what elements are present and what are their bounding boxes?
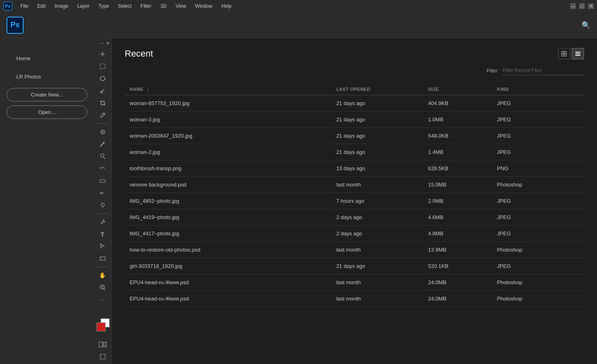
table-row[interactable]: remove background.psd last month 15.0MB … bbox=[125, 177, 584, 193]
file-name: woman-3.jpg bbox=[125, 112, 331, 128]
menu-item-layer[interactable]: Layer bbox=[75, 2, 91, 10]
file-size: 1.0MB bbox=[423, 112, 492, 128]
menu-item-view[interactable]: View bbox=[174, 2, 188, 10]
file-kind: JPEG bbox=[492, 144, 584, 160]
title-bar-controls: — □ ✕ bbox=[570, 3, 594, 9]
grid-view-button[interactable] bbox=[558, 48, 570, 59]
eraser-tool[interactable] bbox=[96, 175, 109, 186]
svg-rect-0 bbox=[100, 64, 105, 69]
table-header: NAME ↓ LAST OPENED SIZE KIND bbox=[125, 83, 584, 95]
clone-stamp-tool[interactable] bbox=[96, 151, 109, 162]
more-tools-button[interactable]: ··· bbox=[96, 294, 109, 305]
file-name: IMG_4417~photo.jpg bbox=[125, 226, 331, 242]
file-size: 548.0KB bbox=[423, 128, 492, 144]
svg-rect-16 bbox=[562, 54, 564, 56]
menu-item-select[interactable]: Select bbox=[116, 2, 133, 10]
file-name: woman-2003647_1920.jpg bbox=[125, 128, 331, 144]
table-row[interactable]: girl-3033718_1920.jpg 21 days ago 520.1K… bbox=[125, 258, 584, 274]
menu-item-image[interactable]: Image bbox=[53, 2, 70, 10]
zoom-tool[interactable] bbox=[96, 282, 109, 293]
file-kind: JPEG bbox=[492, 193, 584, 209]
text-tool[interactable]: T bbox=[96, 228, 109, 240]
table-row[interactable]: IMG_4852~photo.jpg 7 hours ago 2.5MB JPE… bbox=[125, 193, 584, 209]
file-kind: Photoshop bbox=[492, 291, 584, 307]
file-last-opened: 2 days ago bbox=[331, 226, 423, 242]
tool-separator-2 bbox=[97, 213, 108, 214]
color-swatches bbox=[97, 322, 109, 336]
maximize-button[interactable]: □ bbox=[579, 3, 585, 9]
column-name-header[interactable]: NAME ↓ bbox=[125, 83, 331, 95]
search-button[interactable]: 🔍 bbox=[582, 21, 590, 30]
file-kind: Photoshop bbox=[492, 274, 584, 291]
quick-mask-button[interactable] bbox=[96, 339, 109, 350]
crop-tool[interactable] bbox=[96, 97, 109, 109]
history-brush-tool[interactable] bbox=[96, 163, 109, 174]
file-size: 2.5MB bbox=[423, 193, 492, 209]
menu-item-type[interactable]: Type bbox=[97, 2, 110, 10]
filter-input[interactable] bbox=[502, 66, 584, 75]
svg-rect-9 bbox=[100, 257, 105, 260]
table-row[interactable]: IMG_4417~photo.jpg 2 days ago 4.8MB JPEG bbox=[125, 226, 584, 242]
table-row[interactable]: woman-2003647_1920.jpg 21 days ago 548.0… bbox=[125, 128, 584, 144]
file-kind: JPEG bbox=[492, 128, 584, 144]
table-row[interactable]: toothbrush-transp.png 13 days ago 628.5K… bbox=[125, 160, 584, 177]
file-name: woman-657753_1920.jpg bbox=[125, 95, 331, 112]
file-kind: PNG bbox=[492, 160, 584, 177]
file-name: how-to-restore-old-photos.psd bbox=[125, 242, 331, 258]
list-view-button[interactable] bbox=[572, 48, 584, 59]
sidebar-item-lr-photos[interactable]: LR Photos bbox=[7, 70, 87, 84]
gradient-tool[interactable] bbox=[96, 187, 109, 199]
brush-tool[interactable] bbox=[96, 138, 109, 150]
open-button[interactable]: Open... bbox=[7, 105, 87, 119]
move-tool[interactable]: ✛ bbox=[96, 48, 109, 60]
menu-item-help[interactable]: Help bbox=[220, 2, 233, 10]
file-kind: Photoshop bbox=[492, 242, 584, 258]
ps-logo-small: Ps bbox=[3, 2, 12, 11]
menu-item-3d[interactable]: 3D bbox=[159, 2, 168, 10]
minimize-button[interactable]: — bbox=[570, 3, 576, 9]
table-row[interactable]: EPU4-head-ru-Женя.psd last month 24.0MB … bbox=[125, 291, 584, 307]
table-row[interactable]: EPU4-head-ru-Женя.psd last month 24.0MB … bbox=[125, 274, 584, 291]
healing-brush-tool[interactable] bbox=[96, 126, 109, 138]
file-last-opened: last month bbox=[331, 242, 423, 258]
app-body: Ps 🔍 Home LR Photos Create New... Open..… bbox=[0, 12, 597, 364]
dodge-tool[interactable] bbox=[96, 200, 109, 211]
table-row[interactable]: woman-657753_1920.jpg 21 days ago 404.9K… bbox=[125, 95, 584, 112]
close-button[interactable]: ✕ bbox=[588, 3, 594, 9]
table-row[interactable]: how-to-restore-old-photos.psd last month… bbox=[125, 242, 584, 258]
table-row[interactable]: woman-2.jpg 21 days ago 1.4MB JPEG bbox=[125, 144, 584, 160]
shape-tool[interactable] bbox=[96, 253, 109, 264]
pen-tool[interactable] bbox=[96, 216, 109, 228]
menu-item-file[interactable]: File bbox=[19, 2, 30, 10]
file-last-opened: last month bbox=[331, 274, 423, 291]
file-name: EPU4-head-ru-Женя.psd bbox=[125, 274, 331, 291]
sidebar-item-home[interactable]: Home bbox=[7, 51, 87, 66]
svg-rect-15 bbox=[564, 51, 566, 53]
tool-separator-3 bbox=[97, 267, 108, 267]
path-select-tool[interactable] bbox=[96, 241, 109, 252]
file-size: 24.0MB bbox=[423, 274, 492, 291]
marquee-tool[interactable] bbox=[96, 61, 109, 72]
lasso-tool[interactable] bbox=[96, 73, 109, 84]
eyedropper-tool[interactable] bbox=[96, 110, 109, 121]
menu-item-window[interactable]: Window bbox=[194, 2, 214, 10]
hand-tool[interactable]: ✋ bbox=[96, 270, 109, 281]
create-new-button[interactable]: Create New... bbox=[7, 88, 87, 101]
svg-point-1 bbox=[100, 77, 105, 81]
quick-select-tool[interactable] bbox=[96, 85, 109, 96]
table-row[interactable]: IMG_4419~photo.jpg 2 days ago 4.6MB JPEG bbox=[125, 209, 584, 226]
foreground-color-swatch[interactable] bbox=[97, 322, 106, 331]
file-kind: JPEG bbox=[492, 95, 584, 112]
menu-item-edit[interactable]: Edit bbox=[35, 2, 47, 10]
file-size: 628.5KB bbox=[423, 160, 492, 177]
table-row[interactable]: woman-3.jpg 21 days ago 1.0MB JPEG bbox=[125, 112, 584, 128]
toolbar-expand-icon[interactable]: ↔ bbox=[100, 41, 104, 46]
file-name: EPU4-head-ru-Женя.psd bbox=[125, 291, 331, 307]
svg-rect-18 bbox=[575, 52, 580, 53]
screen-mode-button[interactable] bbox=[96, 351, 109, 362]
svg-rect-20 bbox=[575, 55, 580, 56]
toolbar-close-icon[interactable]: ✕ bbox=[106, 41, 110, 46]
file-name: woman-2.jpg bbox=[125, 144, 331, 160]
menu-item-filter[interactable]: Filter bbox=[139, 2, 153, 10]
svg-rect-12 bbox=[103, 342, 106, 347]
